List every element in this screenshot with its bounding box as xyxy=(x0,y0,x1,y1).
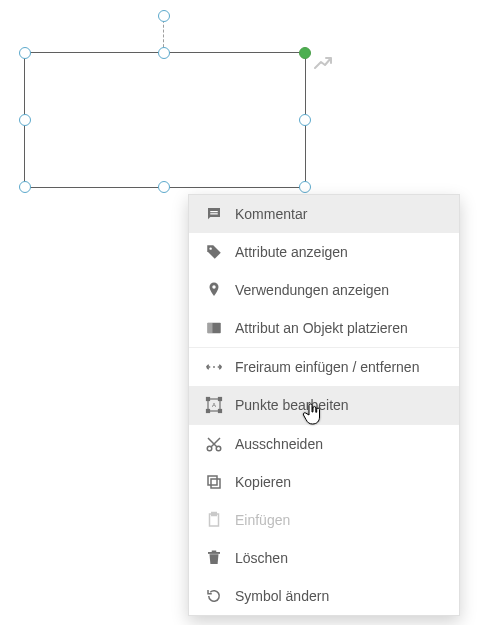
svg-text:A: A xyxy=(212,402,216,408)
menu-item-attributes[interactable]: Attribute anzeigen xyxy=(189,233,459,271)
svg-rect-16 xyxy=(208,476,217,485)
handle-bot-mid[interactable] xyxy=(158,181,170,193)
handle-left-mid[interactable] xyxy=(19,114,31,126)
rotation-handle[interactable] xyxy=(299,47,311,59)
menu-item-copy[interactable]: Kopieren xyxy=(189,463,459,501)
cut-icon xyxy=(201,435,227,453)
svg-point-2 xyxy=(209,247,211,249)
delete-icon xyxy=(201,549,227,567)
svg-rect-11 xyxy=(219,410,222,413)
menu-label: Attribut an Objekt platzieren xyxy=(227,320,408,336)
svg-rect-5 xyxy=(207,323,212,334)
svg-point-3 xyxy=(212,285,215,288)
svg-rect-8 xyxy=(207,398,210,401)
handle-top-mid-outer[interactable] xyxy=(158,10,170,22)
menu-label: Kopieren xyxy=(227,474,291,490)
menu-label: Verwendungen anzeigen xyxy=(227,282,389,298)
menu-item-delete[interactable]: Löschen xyxy=(189,539,459,577)
pin-icon xyxy=(201,281,227,299)
menu-label: Löschen xyxy=(227,550,288,566)
editpts-icon: A xyxy=(201,396,227,414)
menu-item-usages[interactable]: Verwendungen anzeigen xyxy=(189,271,459,309)
svg-rect-20 xyxy=(212,551,217,553)
menu-item-place-attribute[interactable]: Attribut an Objekt platzieren xyxy=(189,309,459,347)
svg-rect-1 xyxy=(210,213,218,214)
menu-item-edit-points[interactable]: A Punkte bearbeiten xyxy=(189,386,459,424)
menu-item-free-space[interactable]: Freiraum einfügen / entfernen xyxy=(189,348,459,386)
context-menu: Kommentar Attribute anzeigen Verwendunge… xyxy=(188,194,460,616)
handle-bot-right[interactable] xyxy=(299,181,311,193)
selected-rectangle-shape[interactable] xyxy=(24,52,306,188)
menu-item-paste: Einfügen xyxy=(189,501,459,539)
handle-bot-left[interactable] xyxy=(19,181,31,193)
menu-label: Kommentar xyxy=(227,206,307,222)
menu-label: Symbol ändern xyxy=(227,588,329,604)
svg-rect-18 xyxy=(212,513,217,516)
handle-right-mid[interactable] xyxy=(299,114,311,126)
svg-rect-10 xyxy=(207,410,210,413)
comment-icon xyxy=(201,205,227,223)
svg-point-6 xyxy=(213,366,215,368)
svg-rect-15 xyxy=(211,479,220,488)
handle-top-left[interactable] xyxy=(19,47,31,59)
trend-icon xyxy=(314,56,334,70)
svg-rect-0 xyxy=(210,211,218,212)
svg-rect-9 xyxy=(219,398,222,401)
handle-top-mid[interactable] xyxy=(158,47,170,59)
menu-item-cut[interactable]: Ausschneiden xyxy=(189,425,459,463)
undo-icon xyxy=(201,587,227,605)
copy-icon xyxy=(201,473,227,491)
menu-label: Punkte bearbeiten xyxy=(227,397,349,413)
tag-icon xyxy=(201,243,227,261)
panel-icon xyxy=(201,319,227,337)
diagram-canvas[interactable]: Kommentar Attribute anzeigen Verwendunge… xyxy=(0,0,503,625)
menu-label: Ausschneiden xyxy=(227,436,323,452)
menu-item-comment[interactable]: Kommentar xyxy=(189,195,459,233)
hspace-icon xyxy=(201,358,227,376)
menu-label: Freiraum einfügen / entfernen xyxy=(227,359,419,375)
paste-icon xyxy=(201,511,227,529)
menu-item-change-symbol[interactable]: Symbol ändern xyxy=(189,577,459,615)
menu-label: Einfügen xyxy=(227,512,290,528)
menu-label: Attribute anzeigen xyxy=(227,244,348,260)
